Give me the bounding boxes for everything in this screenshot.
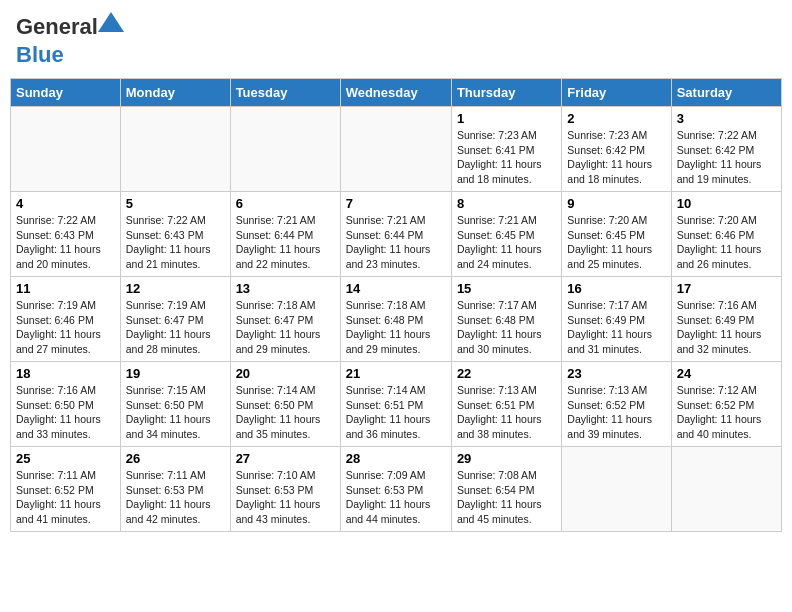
calendar-cell: 8Sunrise: 7:21 AMSunset: 6:45 PMDaylight… — [451, 192, 561, 277]
calendar-cell: 16Sunrise: 7:17 AMSunset: 6:49 PMDayligh… — [562, 277, 671, 362]
logo-icon — [98, 12, 124, 32]
calendar-table: SundayMondayTuesdayWednesdayThursdayFrid… — [10, 78, 782, 532]
day-of-week-header: Wednesday — [340, 79, 451, 107]
calendar-cell: 13Sunrise: 7:18 AMSunset: 6:47 PMDayligh… — [230, 277, 340, 362]
calendar-cell: 20Sunrise: 7:14 AMSunset: 6:50 PMDayligh… — [230, 362, 340, 447]
day-info: Sunrise: 7:11 AMSunset: 6:52 PMDaylight:… — [16, 468, 115, 527]
calendar-cell: 19Sunrise: 7:15 AMSunset: 6:50 PMDayligh… — [120, 362, 230, 447]
day-number: 14 — [346, 281, 446, 296]
logo: General Blue — [16, 14, 98, 68]
day-of-week-header: Tuesday — [230, 79, 340, 107]
day-of-week-header: Thursday — [451, 79, 561, 107]
week-row: 11Sunrise: 7:19 AMSunset: 6:46 PMDayligh… — [11, 277, 782, 362]
calendar-cell: 6Sunrise: 7:21 AMSunset: 6:44 PMDaylight… — [230, 192, 340, 277]
day-number: 18 — [16, 366, 115, 381]
day-info: Sunrise: 7:20 AMSunset: 6:45 PMDaylight:… — [567, 213, 665, 272]
calendar-cell: 14Sunrise: 7:18 AMSunset: 6:48 PMDayligh… — [340, 277, 451, 362]
day-info: Sunrise: 7:11 AMSunset: 6:53 PMDaylight:… — [126, 468, 225, 527]
day-number: 12 — [126, 281, 225, 296]
day-number: 24 — [677, 366, 776, 381]
calendar-cell: 11Sunrise: 7:19 AMSunset: 6:46 PMDayligh… — [11, 277, 121, 362]
day-info: Sunrise: 7:09 AMSunset: 6:53 PMDaylight:… — [346, 468, 446, 527]
svg-marker-0 — [98, 12, 124, 32]
calendar-cell: 4Sunrise: 7:22 AMSunset: 6:43 PMDaylight… — [11, 192, 121, 277]
calendar-cell: 25Sunrise: 7:11 AMSunset: 6:52 PMDayligh… — [11, 447, 121, 532]
logo-general: General — [16, 14, 98, 39]
calendar-cell — [11, 107, 121, 192]
calendar-cell: 5Sunrise: 7:22 AMSunset: 6:43 PMDaylight… — [120, 192, 230, 277]
week-row: 1Sunrise: 7:23 AMSunset: 6:41 PMDaylight… — [11, 107, 782, 192]
calendar-cell: 15Sunrise: 7:17 AMSunset: 6:48 PMDayligh… — [451, 277, 561, 362]
calendar-cell: 17Sunrise: 7:16 AMSunset: 6:49 PMDayligh… — [671, 277, 781, 362]
day-of-week-header: Sunday — [11, 79, 121, 107]
day-info: Sunrise: 7:20 AMSunset: 6:46 PMDaylight:… — [677, 213, 776, 272]
calendar-cell — [671, 447, 781, 532]
day-info: Sunrise: 7:21 AMSunset: 6:44 PMDaylight:… — [236, 213, 335, 272]
day-number: 23 — [567, 366, 665, 381]
calendar-cell: 12Sunrise: 7:19 AMSunset: 6:47 PMDayligh… — [120, 277, 230, 362]
day-number: 5 — [126, 196, 225, 211]
day-number: 1 — [457, 111, 556, 126]
day-info: Sunrise: 7:22 AMSunset: 6:43 PMDaylight:… — [16, 213, 115, 272]
day-number: 6 — [236, 196, 335, 211]
day-info: Sunrise: 7:23 AMSunset: 6:41 PMDaylight:… — [457, 128, 556, 187]
week-row: 25Sunrise: 7:11 AMSunset: 6:52 PMDayligh… — [11, 447, 782, 532]
day-info: Sunrise: 7:14 AMSunset: 6:51 PMDaylight:… — [346, 383, 446, 442]
calendar-cell — [230, 107, 340, 192]
calendar-header-row: SundayMondayTuesdayWednesdayThursdayFrid… — [11, 79, 782, 107]
day-number: 26 — [126, 451, 225, 466]
day-info: Sunrise: 7:22 AMSunset: 6:43 PMDaylight:… — [126, 213, 225, 272]
day-number: 4 — [16, 196, 115, 211]
calendar-cell: 22Sunrise: 7:13 AMSunset: 6:51 PMDayligh… — [451, 362, 561, 447]
calendar-cell: 27Sunrise: 7:10 AMSunset: 6:53 PMDayligh… — [230, 447, 340, 532]
calendar-cell: 9Sunrise: 7:20 AMSunset: 6:45 PMDaylight… — [562, 192, 671, 277]
day-info: Sunrise: 7:16 AMSunset: 6:50 PMDaylight:… — [16, 383, 115, 442]
day-number: 2 — [567, 111, 665, 126]
day-number: 3 — [677, 111, 776, 126]
day-info: Sunrise: 7:21 AMSunset: 6:44 PMDaylight:… — [346, 213, 446, 272]
calendar-cell — [340, 107, 451, 192]
calendar-cell: 7Sunrise: 7:21 AMSunset: 6:44 PMDaylight… — [340, 192, 451, 277]
day-number: 17 — [677, 281, 776, 296]
day-info: Sunrise: 7:18 AMSunset: 6:47 PMDaylight:… — [236, 298, 335, 357]
day-info: Sunrise: 7:17 AMSunset: 6:48 PMDaylight:… — [457, 298, 556, 357]
day-info: Sunrise: 7:15 AMSunset: 6:50 PMDaylight:… — [126, 383, 225, 442]
day-of-week-header: Monday — [120, 79, 230, 107]
day-number: 27 — [236, 451, 335, 466]
day-info: Sunrise: 7:22 AMSunset: 6:42 PMDaylight:… — [677, 128, 776, 187]
day-number: 19 — [126, 366, 225, 381]
calendar-cell: 29Sunrise: 7:08 AMSunset: 6:54 PMDayligh… — [451, 447, 561, 532]
calendar-cell: 2Sunrise: 7:23 AMSunset: 6:42 PMDaylight… — [562, 107, 671, 192]
week-row: 4Sunrise: 7:22 AMSunset: 6:43 PMDaylight… — [11, 192, 782, 277]
logo-blue: Blue — [16, 42, 64, 67]
calendar-cell: 28Sunrise: 7:09 AMSunset: 6:53 PMDayligh… — [340, 447, 451, 532]
day-info: Sunrise: 7:21 AMSunset: 6:45 PMDaylight:… — [457, 213, 556, 272]
calendar-cell: 3Sunrise: 7:22 AMSunset: 6:42 PMDaylight… — [671, 107, 781, 192]
day-info: Sunrise: 7:18 AMSunset: 6:48 PMDaylight:… — [346, 298, 446, 357]
day-info: Sunrise: 7:17 AMSunset: 6:49 PMDaylight:… — [567, 298, 665, 357]
day-number: 13 — [236, 281, 335, 296]
calendar-cell: 26Sunrise: 7:11 AMSunset: 6:53 PMDayligh… — [120, 447, 230, 532]
day-info: Sunrise: 7:19 AMSunset: 6:46 PMDaylight:… — [16, 298, 115, 357]
day-number: 7 — [346, 196, 446, 211]
day-number: 29 — [457, 451, 556, 466]
page-header: General Blue — [10, 10, 782, 72]
day-number: 16 — [567, 281, 665, 296]
day-number: 10 — [677, 196, 776, 211]
day-number: 25 — [16, 451, 115, 466]
calendar-cell — [120, 107, 230, 192]
calendar-cell: 1Sunrise: 7:23 AMSunset: 6:41 PMDaylight… — [451, 107, 561, 192]
day-number: 11 — [16, 281, 115, 296]
day-info: Sunrise: 7:12 AMSunset: 6:52 PMDaylight:… — [677, 383, 776, 442]
day-number: 15 — [457, 281, 556, 296]
day-info: Sunrise: 7:14 AMSunset: 6:50 PMDaylight:… — [236, 383, 335, 442]
day-info: Sunrise: 7:13 AMSunset: 6:52 PMDaylight:… — [567, 383, 665, 442]
day-of-week-header: Friday — [562, 79, 671, 107]
day-info: Sunrise: 7:23 AMSunset: 6:42 PMDaylight:… — [567, 128, 665, 187]
calendar-cell: 21Sunrise: 7:14 AMSunset: 6:51 PMDayligh… — [340, 362, 451, 447]
day-info: Sunrise: 7:16 AMSunset: 6:49 PMDaylight:… — [677, 298, 776, 357]
day-number: 21 — [346, 366, 446, 381]
day-number: 20 — [236, 366, 335, 381]
calendar-cell: 10Sunrise: 7:20 AMSunset: 6:46 PMDayligh… — [671, 192, 781, 277]
calendar-cell: 24Sunrise: 7:12 AMSunset: 6:52 PMDayligh… — [671, 362, 781, 447]
